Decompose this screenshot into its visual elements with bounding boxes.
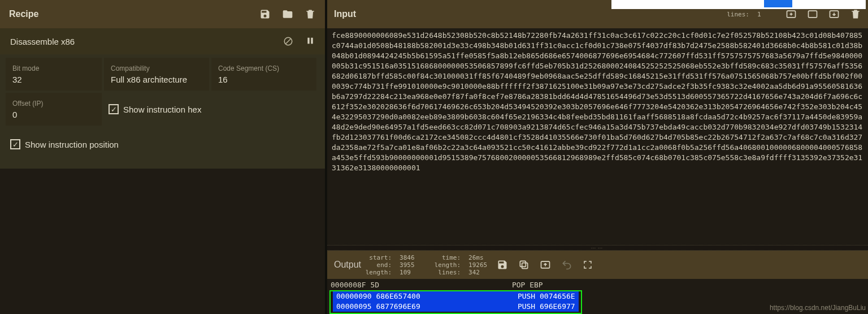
save-output-icon[interactable]	[497, 259, 508, 270]
check-show-position[interactable]: ✓ Show instruction position	[6, 128, 123, 161]
trash-icon[interactable]	[305, 8, 316, 20]
column-splitter[interactable]	[323, 0, 327, 314]
svg-rect-3	[311, 38, 313, 44]
svg-rect-7	[809, 11, 817, 18]
recipe-title: Recipe	[9, 9, 259, 19]
checkbox-icon: ✓	[108, 104, 119, 114]
browser-popup-remnant	[611, 0, 866, 9]
fullscreen-icon[interactable]	[583, 260, 593, 270]
output-line: 0000008F 5D POP EBP	[327, 280, 868, 290]
arg-compatibility[interactable]: Compatibility Full x86 architecture	[104, 58, 209, 91]
svg-rect-9	[522, 263, 528, 269]
input-meta: lines:1	[719, 11, 785, 18]
save-icon[interactable]	[259, 8, 271, 20]
output-header: Output start:3846 time:26ms end:3955 len…	[327, 251, 868, 279]
svg-line-1	[286, 39, 291, 44]
operation-disassemble-x86: Disassemble x86 Bit mode 32 Compatibilit…	[0, 28, 325, 169]
copy-output-icon[interactable]	[518, 259, 530, 270]
folder-icon[interactable]	[282, 8, 293, 20]
svg-rect-10	[520, 261, 526, 266]
input-textarea[interactable]: fce8890000006089e531d2648b52308b520c8b52…	[327, 28, 868, 245]
svg-rect-2	[307, 38, 309, 44]
undo-icon[interactable]	[561, 259, 572, 270]
add-tab-icon[interactable]	[785, 8, 797, 20]
io-splitter[interactable]	[327, 245, 868, 251]
clear-input-icon[interactable]	[850, 8, 861, 20]
output-line: 00000090 686E657400 PUSH 0074656E	[333, 291, 579, 302]
arg-offset[interactable]: Offset (IP) 0	[6, 93, 102, 126]
io-panel: Input lines:1 fce8890000006089e531d2648b…	[325, 0, 868, 314]
recipe-panel: Recipe Disassemble x86 Bit mode 32	[0, 0, 325, 314]
output-line: 00000095 6877696E69 PUSH 696E6977	[333, 302, 579, 312]
arg-bit-mode[interactable]: Bit mode 32	[6, 58, 102, 91]
open-file-icon[interactable]	[807, 8, 818, 20]
highlight-box: 00000090 686E657400 PUSH 0074656E 000000…	[329, 290, 582, 314]
input-import-icon[interactable]	[828, 8, 840, 20]
check-show-hex[interactable]: ✓ Show instruction hex	[104, 93, 206, 126]
output-meta: start:3846 time:26ms end:3955 length:192…	[361, 254, 497, 276]
arg-code-segment[interactable]: Code Segment (CS) 16	[211, 58, 316, 91]
input-title: Input	[334, 9, 719, 19]
recipe-header: Recipe	[0, 0, 325, 28]
output-title: Output	[334, 260, 361, 270]
pause-icon[interactable]	[306, 36, 315, 45]
watermark: https://blog.csdn.net/JiangBuLiu	[770, 304, 866, 312]
disable-icon[interactable]	[283, 36, 293, 46]
move-to-input-icon[interactable]	[540, 259, 551, 270]
checkbox-icon: ✓	[10, 139, 20, 149]
operation-title: Disassemble x86	[10, 37, 283, 46]
